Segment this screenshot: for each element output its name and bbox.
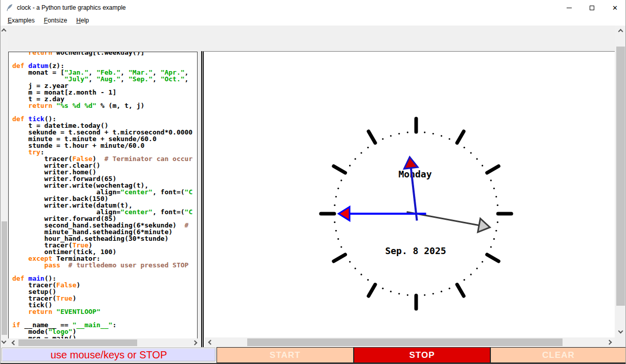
canvas-vscrollbar-thumb[interactable] <box>616 47 625 306</box>
menu-item-examples[interactable]: Examples <box>3 16 39 25</box>
clock-minute-dot <box>424 131 425 133</box>
hour-hand-arrowhead <box>404 157 418 169</box>
second-hand-arrowhead <box>478 219 490 233</box>
clock-minute-dot <box>340 179 342 181</box>
clock-hour-mark <box>369 285 375 297</box>
editor-hscrollbar-thumb[interactable] <box>18 339 137 346</box>
editor-vscrollbar[interactable] <box>1 26 8 347</box>
clock-minute-dot <box>349 165 351 166</box>
clock-minute-dot <box>390 135 392 136</box>
clock-minute-dot <box>334 204 335 206</box>
clock-minute-dot <box>476 158 478 160</box>
clock-minute-dot <box>463 279 465 281</box>
clock-minute-dot <box>497 204 499 206</box>
clock-minute-dot <box>337 188 339 189</box>
clock-minute-dot <box>334 221 335 223</box>
clock-minute-dot <box>470 152 471 153</box>
stop-button[interactable]: STOP <box>354 347 490 363</box>
clock-minute-dot <box>360 274 362 275</box>
turtle-canvas: MondaySep. 8 2025 <box>201 51 615 363</box>
clock-hour-mark <box>487 166 499 173</box>
clock-hour-mark <box>487 255 499 261</box>
clock-minute-dot <box>490 246 492 247</box>
clock-hour-mark <box>457 285 464 297</box>
turtledemo-window: clock - a Python turtle graphics example… <box>0 0 626 364</box>
clock-minute-dot <box>335 230 337 232</box>
clock-minute-dot <box>398 293 400 294</box>
clock-hour-mark <box>457 131 464 143</box>
canvas-hscrollbar[interactable] <box>205 337 615 347</box>
clock-minute-dot <box>407 131 408 133</box>
clock-minute-dot <box>424 294 425 296</box>
clock-minute-dot <box>340 246 342 247</box>
editor-hscrollbar[interactable] <box>8 338 201 347</box>
clock-minute-dot <box>382 288 383 289</box>
close-icon: ✕ <box>612 4 618 12</box>
scroll-up-icon[interactable] <box>618 29 623 34</box>
maximize-button[interactable] <box>580 0 603 15</box>
close-button[interactable]: ✕ <box>603 0 626 15</box>
clock-minute-dot <box>482 165 483 166</box>
clock-minute-dot <box>390 291 392 292</box>
minimize-icon <box>567 8 572 8</box>
start-button[interactable]: START <box>217 347 354 363</box>
clock-minute-dot <box>382 138 383 140</box>
scroll-right-icon[interactable] <box>192 340 198 346</box>
code-line: return "%s %d %d" % (m, t, j) <box>12 102 197 109</box>
scroll-down-icon[interactable] <box>618 329 623 334</box>
scroll-left-icon[interactable] <box>12 340 17 346</box>
canvas-vscrollbar[interactable] <box>615 26 626 337</box>
clock-minute-dot <box>433 293 434 294</box>
workspace: return wochentag[t.weekday()] def datum(… <box>1 26 626 347</box>
code-line: return wochentag[t.weekday()] <box>12 52 197 56</box>
editor-vscrollbar-thumb[interactable] <box>2 221 7 335</box>
clock-minute-dot <box>448 138 450 140</box>
clock-minute-dot <box>490 179 492 181</box>
status-bar: use mouse/keys or STOP STARTSTOPCLEAR <box>1 347 626 363</box>
scroll-down-icon[interactable] <box>2 339 7 344</box>
clock-minute-dot <box>441 135 442 136</box>
code-line: pass # turtledemo user pressed STOP <box>12 262 197 268</box>
clock-minute-dot <box>470 274 471 275</box>
clock-hour-mark <box>334 255 346 261</box>
clock-minute-dot <box>349 261 351 262</box>
canvas-hscrollbar-thumb[interactable] <box>247 338 563 346</box>
clock-minute-dot <box>367 279 369 281</box>
scroll-right-icon[interactable] <box>607 340 612 345</box>
clock-date-label: Sep. 8 2025 <box>385 245 446 256</box>
clock-minute-dot <box>433 133 434 134</box>
clock-minute-dot <box>463 147 465 148</box>
menu-item-fontsize[interactable]: Fontsize <box>39 16 72 25</box>
clock-minute-dot <box>398 133 400 134</box>
clock-minute-dot <box>493 238 495 240</box>
title-bar: clock - a Python turtle graphics example… <box>1 0 626 15</box>
python-feather-icon <box>6 4 14 12</box>
clock-minute-dot <box>495 196 497 197</box>
scroll-left-icon[interactable] <box>208 340 213 345</box>
clock-minute-dot <box>482 261 483 262</box>
clock-hour-mark <box>334 166 346 173</box>
scroll-up-icon[interactable] <box>2 29 7 34</box>
minimize-button[interactable] <box>557 0 580 15</box>
window-title: clock - a Python turtle graphics example <box>17 4 126 11</box>
clock-minute-dot <box>354 158 356 160</box>
clock-minute-dot <box>335 196 337 197</box>
minute-hand-arrowhead <box>338 207 350 221</box>
code-editor[interactable]: return wochentag[t.weekday()] def datum(… <box>8 52 198 364</box>
clock-hour-mark <box>369 131 375 143</box>
clear-button[interactable]: CLEAR <box>490 347 626 363</box>
clock-minute-dot <box>476 267 478 269</box>
maximize-icon <box>590 6 594 10</box>
clock-minute-dot <box>360 152 362 153</box>
code-line: return "EVENTLOOP" <box>12 308 197 315</box>
clock-minute-dot <box>337 238 339 240</box>
clock-minute-dot <box>441 291 442 292</box>
menu-bar: ExamplesFontsizeHelp <box>1 15 626 26</box>
clock-minute-dot <box>497 221 499 223</box>
clock-minute-dot <box>448 288 450 289</box>
menu-item-help[interactable]: Help <box>72 16 94 25</box>
code-content: return wochentag[t.weekday()] def datum(… <box>9 52 197 355</box>
status-message: use mouse/keys or STOP <box>51 349 167 361</box>
clock-minute-dot <box>407 294 408 296</box>
status-label: use mouse/keys or STOP <box>2 348 216 362</box>
